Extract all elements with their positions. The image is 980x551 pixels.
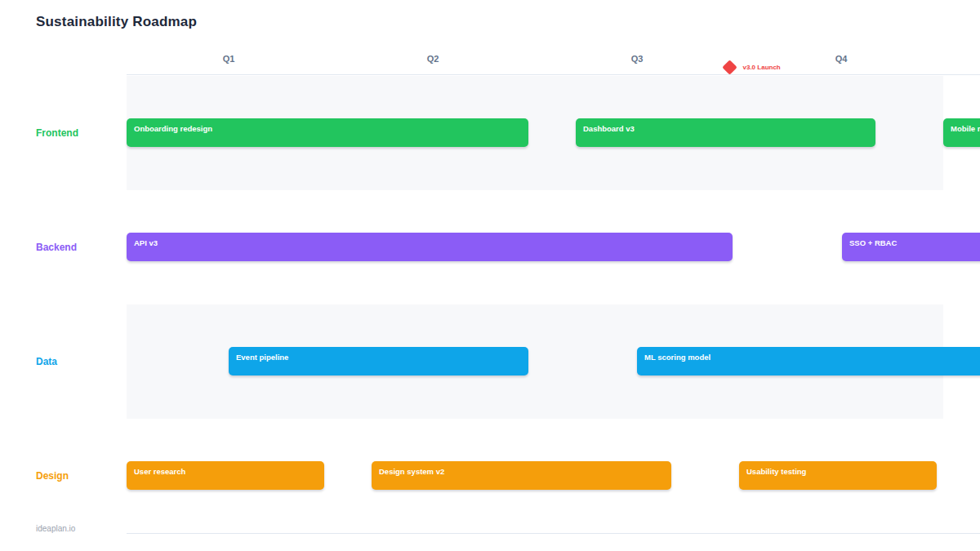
rows-container: FrontendOnboarding redesignDashboard v3M… xyxy=(0,76,980,533)
task-bar[interactable]: API v3 xyxy=(127,233,733,261)
task-bar-label: SSO + RBAC xyxy=(849,238,897,247)
row-label-design: Design xyxy=(36,470,69,482)
timeline-top-gridline xyxy=(127,74,980,75)
task-bar-label: Onboarding redesign xyxy=(134,124,212,133)
roadmap-row-backend: BackendAPI v3SSO + RBAC xyxy=(0,190,980,304)
milestone-diamond-icon xyxy=(722,60,737,74)
row-label-data: Data xyxy=(36,356,57,367)
brand-footer: ideaplan.io xyxy=(36,524,75,533)
roadmap-row-data: DataEvent pipelineML scoring model xyxy=(0,304,980,419)
quarter-label-q1: Q1 xyxy=(127,54,331,64)
row-label-backend: Backend xyxy=(36,242,77,253)
task-bar[interactable]: User research xyxy=(127,461,324,490)
task-bar-label: Design system v2 xyxy=(379,467,444,476)
timeline-bottom-gridline xyxy=(127,533,980,534)
task-bar[interactable]: Dashboard v3 xyxy=(576,118,875,147)
roadmap-page: Sustainability Roadmap Q1 Q2 Q3 Q4 v3.0 … xyxy=(0,0,980,551)
task-bar-label: Usability testing xyxy=(746,467,806,476)
roadmap-row-design: DesignUser researchDesign system v2Usabi… xyxy=(0,419,980,533)
task-bar[interactable]: Usability testing xyxy=(739,461,937,490)
task-bar-label: API v3 xyxy=(134,238,158,247)
task-bar-label: Dashboard v3 xyxy=(583,124,635,133)
row-label-frontend: Frontend xyxy=(36,127,78,139)
task-bar[interactable]: Event pipeline xyxy=(229,347,528,375)
quarter-label-q2: Q2 xyxy=(331,54,535,64)
task-bar-label: User research xyxy=(134,467,185,476)
page-title: Sustainability Roadmap xyxy=(36,14,197,30)
task-bar[interactable]: Onboarding redesign xyxy=(127,118,528,147)
milestone-label: v3.0 Launch xyxy=(743,64,781,71)
task-bar[interactable]: Design system v2 xyxy=(372,461,671,490)
roadmap-row-frontend: FrontendOnboarding redesignDashboard v3M… xyxy=(0,76,980,190)
task-bar[interactable]: SSO + RBAC xyxy=(842,233,980,261)
task-bar[interactable]: Mobile re xyxy=(943,118,980,147)
task-bar-label: Event pipeline xyxy=(236,353,288,362)
task-bar-label: Mobile re xyxy=(951,124,980,133)
task-bar-label: ML scoring model xyxy=(644,353,710,362)
task-bar[interactable]: ML scoring model xyxy=(637,347,980,375)
quarter-label-q3: Q3 xyxy=(535,54,739,64)
